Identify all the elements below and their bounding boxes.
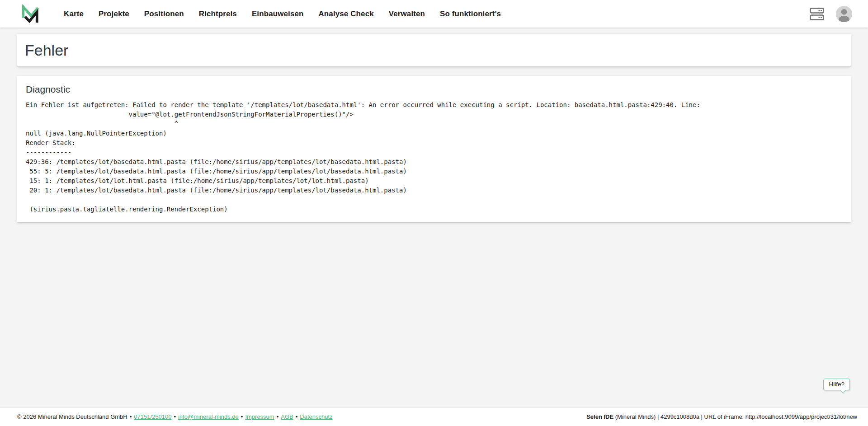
- footer-link-phone[interactable]: 07151/250100: [134, 413, 171, 420]
- mineral-minds-logo[interactable]: [20, 5, 39, 23]
- help-button-label: Hilfe?: [829, 381, 844, 388]
- top-navigation-bar: Karte Projekte Positionen Richtpreis Ein…: [0, 0, 868, 28]
- avatar-glyph: [835, 5, 853, 23]
- diagnostic-card: Diagnostic Ein Fehler ist aufgetreten: F…: [17, 76, 851, 222]
- logo-icon: [20, 5, 39, 23]
- server-glyph: [810, 8, 824, 20]
- nav-item-karte[interactable]: Karte: [64, 9, 84, 19]
- footer-separator: •: [277, 413, 279, 420]
- copyright-text: © 2026 Mineral Minds Deutschland GmbH: [17, 413, 127, 420]
- nav-item-richtpreis[interactable]: Richtpreis: [199, 9, 237, 19]
- dns-server-icon[interactable]: [810, 8, 824, 20]
- footer-separator: •: [241, 413, 243, 420]
- footer-left: © 2026 Mineral Minds Deutschland GmbH • …: [17, 413, 333, 420]
- nav-item-analyse-check[interactable]: Analyse Check: [318, 9, 373, 19]
- footer-right: Selen IDE (Mineral Minds) | 4299c1008d0a…: [586, 413, 857, 420]
- nav-item-positionen[interactable]: Positionen: [144, 9, 184, 19]
- main-nav: Karte Projekte Positionen Richtpreis Ein…: [64, 9, 501, 19]
- error-title-card: Fehler: [17, 34, 851, 66]
- footer-separator: •: [130, 413, 132, 420]
- diagnostic-stack-trace: Ein Fehler ist aufgetreten: Failed to re…: [26, 100, 842, 214]
- footer-link-agb[interactable]: AGB: [281, 413, 293, 420]
- footer: © 2026 Mineral Minds Deutschland GmbH • …: [0, 407, 868, 426]
- footer-link-email[interactable]: info@mineral-minds.de: [178, 413, 239, 420]
- footer-link-impressum[interactable]: Impressum: [245, 413, 274, 420]
- nav-item-projekte[interactable]: Projekte: [99, 9, 129, 19]
- nav-item-einbauweisen[interactable]: Einbauweisen: [252, 9, 304, 19]
- diagnostic-heading: Diagnostic: [26, 84, 842, 95]
- footer-separator: •: [296, 413, 298, 420]
- footer-link-datenschutz[interactable]: Datenschutz: [300, 413, 332, 420]
- footer-environment-info: (Mineral Minds) | 4299c1008d0a | URL of …: [613, 413, 857, 420]
- help-button[interactable]: Hilfe?: [823, 379, 850, 390]
- footer-separator: •: [174, 413, 176, 420]
- footer-app-name: Selen IDE: [586, 413, 613, 420]
- nav-item-so-funktionierts[interactable]: So funktioniert's: [440, 9, 501, 19]
- nav-item-verwalten[interactable]: Verwalten: [389, 9, 425, 19]
- page-title: Fehler: [25, 42, 68, 59]
- user-avatar-icon[interactable]: [835, 5, 853, 23]
- help-bubble-tail: [840, 387, 846, 393]
